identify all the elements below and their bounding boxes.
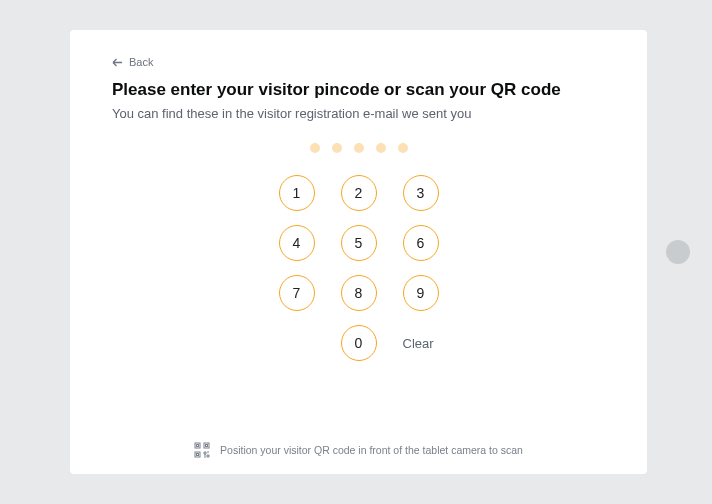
key-5[interactable]: 5 bbox=[341, 225, 377, 261]
pin-dot bbox=[354, 143, 364, 153]
key-1[interactable]: 1 bbox=[279, 175, 315, 211]
key-6[interactable]: 6 bbox=[403, 225, 439, 261]
key-7[interactable]: 7 bbox=[279, 275, 315, 311]
pin-dot bbox=[310, 143, 320, 153]
svg-rect-0 bbox=[195, 443, 200, 448]
page-subtitle: You can find these in the visitor regist… bbox=[112, 106, 605, 121]
key-2[interactable]: 2 bbox=[341, 175, 377, 211]
pin-dot bbox=[332, 143, 342, 153]
page-title: Please enter your visitor pincode or sca… bbox=[112, 80, 605, 100]
pin-indicator bbox=[112, 143, 605, 153]
back-button[interactable]: Back bbox=[112, 56, 153, 68]
keypad-spacer bbox=[279, 325, 315, 361]
key-3[interactable]: 3 bbox=[403, 175, 439, 211]
svg-rect-3 bbox=[206, 445, 208, 447]
qr-hint-text: Position your visitor QR code in front o… bbox=[220, 444, 523, 456]
key-8[interactable]: 8 bbox=[341, 275, 377, 311]
arrow-left-icon bbox=[112, 58, 123, 67]
screen: Back Please enter your visitor pincode o… bbox=[70, 30, 647, 474]
qr-hint: Position your visitor QR code in front o… bbox=[112, 428, 605, 458]
key-0[interactable]: 0 bbox=[341, 325, 377, 361]
svg-rect-1 bbox=[197, 445, 199, 447]
pin-dot bbox=[376, 143, 386, 153]
keypad: 1 2 3 4 5 6 7 8 9 0 Clear bbox=[112, 175, 605, 361]
qr-code-icon bbox=[194, 442, 210, 458]
svg-rect-2 bbox=[204, 443, 209, 448]
tablet-home-button bbox=[666, 240, 690, 264]
pin-dot bbox=[398, 143, 408, 153]
svg-rect-4 bbox=[195, 452, 200, 457]
key-9[interactable]: 9 bbox=[403, 275, 439, 311]
key-4[interactable]: 4 bbox=[279, 225, 315, 261]
clear-button[interactable]: Clear bbox=[403, 336, 439, 351]
svg-rect-5 bbox=[197, 454, 199, 456]
tablet-frame: Back Please enter your visitor pincode o… bbox=[0, 0, 712, 504]
back-label: Back bbox=[129, 56, 153, 68]
